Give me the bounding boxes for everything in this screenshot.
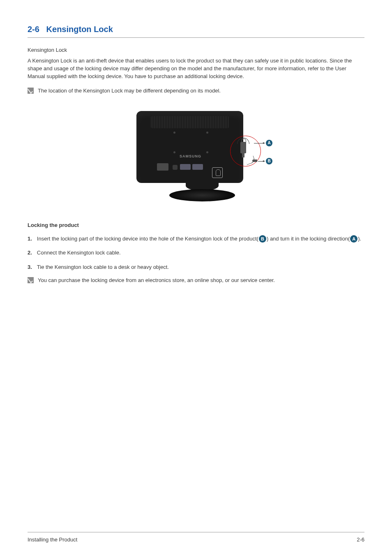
step-text: ) and turn it in the locking direction( bbox=[267, 236, 350, 242]
page-footer: Installing the Product 2-6 bbox=[28, 532, 364, 543]
footer-left: Installing the Product bbox=[28, 536, 77, 543]
note-icon bbox=[28, 88, 34, 94]
note-text: The location of the Kensington Lock may … bbox=[38, 87, 221, 95]
list-item: 2. Connect the Kensington lock cable. bbox=[28, 248, 364, 258]
monitor-back: SAMSUNG bbox=[136, 111, 243, 189]
port-icon bbox=[192, 164, 203, 170]
port-icon bbox=[173, 165, 178, 170]
footer-right: 2-6 bbox=[357, 536, 364, 543]
step-number: 3. bbox=[28, 262, 32, 273]
list-item: 1. Insert the locking part of the lockin… bbox=[28, 234, 364, 244]
steps-list: 1. Insert the locking part of the lockin… bbox=[28, 234, 364, 273]
lock-slot-icon bbox=[212, 167, 223, 178]
section-number: 2-6 bbox=[28, 25, 39, 34]
lock-cylinder-icon bbox=[240, 142, 246, 153]
vent-strip bbox=[151, 116, 229, 128]
port-icon bbox=[180, 164, 191, 170]
step-text: Insert the locking part of the locking d… bbox=[37, 236, 258, 242]
step-text: ). bbox=[358, 236, 361, 242]
brand-logo: SAMSUNG bbox=[180, 154, 201, 158]
port-icon bbox=[157, 163, 168, 171]
screw-dot bbox=[173, 132, 175, 134]
arrow-icon bbox=[258, 161, 265, 162]
callout-label-b: B bbox=[266, 158, 272, 164]
callout-label-a: A bbox=[266, 140, 272, 146]
subtitle: Kensington Lock bbox=[28, 47, 364, 53]
note-2: You can purchase the locking device from… bbox=[28, 277, 364, 284]
note-1: The location of the Kensington Lock may … bbox=[28, 87, 364, 95]
step-content: Tie the Kensington lock cable to a desk … bbox=[37, 262, 364, 273]
locking-title: Locking the product bbox=[28, 222, 364, 228]
key-icon bbox=[252, 160, 257, 162]
badge-b-icon: B bbox=[259, 235, 266, 243]
step-number: 1. bbox=[28, 234, 32, 244]
step-content: Connect the Kensington lock cable. bbox=[37, 248, 364, 258]
step-content: Insert the locking part of the locking d… bbox=[37, 234, 364, 244]
note-icon bbox=[28, 277, 34, 283]
screw-dot bbox=[206, 151, 208, 153]
stand-base bbox=[169, 189, 235, 201]
badge-a-icon: A bbox=[350, 235, 357, 243]
section-heading: 2-6 Kensington Lock bbox=[28, 25, 364, 38]
back-panel: SAMSUNG bbox=[136, 111, 243, 183]
step-number: 2. bbox=[28, 248, 32, 258]
list-item: 3. Tie the Kensington lock cable to a de… bbox=[28, 262, 364, 273]
intro-paragraph: A Kensington Lock is an anti-theft devic… bbox=[28, 57, 364, 81]
screw-dot bbox=[206, 132, 208, 134]
note-text: You can purchase the locking device from… bbox=[38, 277, 275, 284]
section-title: Kensington Lock bbox=[46, 25, 113, 34]
arrow-icon bbox=[254, 143, 265, 143]
figure-container: SAMSUNG A B bbox=[28, 107, 364, 206]
screw-dot bbox=[173, 151, 175, 153]
product-figure: SAMSUNG A B bbox=[124, 107, 268, 206]
